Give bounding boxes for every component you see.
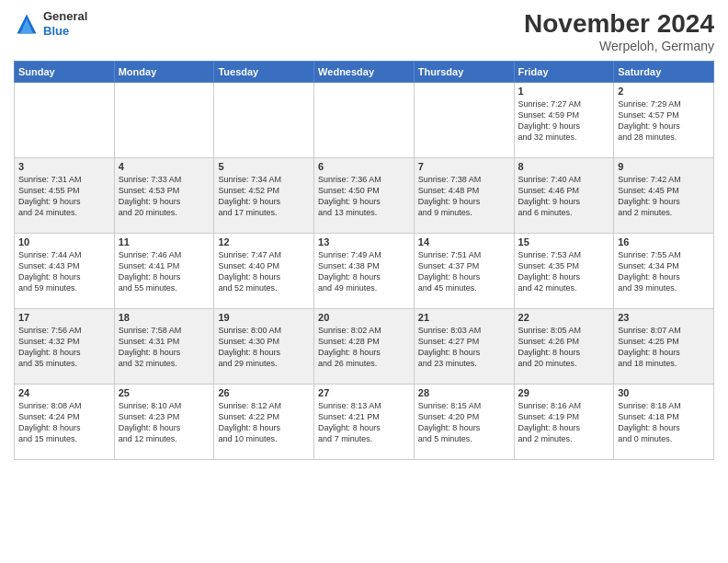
header-saturday: Saturday bbox=[614, 62, 714, 83]
calendar-week-2: 10Sunrise: 7:44 AM Sunset: 4:43 PM Dayli… bbox=[15, 234, 714, 309]
day-info: Sunrise: 7:46 AM Sunset: 4:41 PM Dayligh… bbox=[119, 249, 210, 294]
day-number: 10 bbox=[18, 236, 110, 247]
calendar-cell: 2Sunrise: 7:29 AM Sunset: 4:57 PM Daylig… bbox=[614, 83, 714, 158]
calendar-cell: 15Sunrise: 7:53 AM Sunset: 4:35 PM Dayli… bbox=[514, 234, 614, 309]
day-number: 20 bbox=[318, 312, 410, 323]
day-number: 12 bbox=[218, 236, 310, 247]
day-info: Sunrise: 8:05 AM Sunset: 4:26 PM Dayligh… bbox=[518, 325, 610, 370]
calendar-cell: 27Sunrise: 8:13 AM Sunset: 4:21 PM Dayli… bbox=[314, 385, 415, 460]
calendar-cell: 21Sunrise: 8:03 AM Sunset: 4:27 PM Dayli… bbox=[414, 309, 514, 385]
calendar-week-3: 17Sunrise: 7:56 AM Sunset: 4:32 PM Dayli… bbox=[15, 309, 714, 385]
day-info: Sunrise: 7:27 AM Sunset: 4:59 PM Dayligh… bbox=[518, 98, 610, 144]
day-number: 30 bbox=[618, 387, 710, 398]
calendar-cell: 11Sunrise: 7:46 AM Sunset: 4:41 PM Dayli… bbox=[114, 234, 214, 309]
day-number: 22 bbox=[518, 312, 610, 323]
header-monday: Monday bbox=[114, 62, 214, 83]
day-number: 7 bbox=[418, 161, 510, 172]
day-info: Sunrise: 7:34 AM Sunset: 4:52 PM Dayligh… bbox=[218, 174, 310, 219]
day-info: Sunrise: 8:08 AM Sunset: 4:24 PM Dayligh… bbox=[18, 400, 110, 445]
day-number: 4 bbox=[119, 161, 210, 172]
calendar: Sunday Monday Tuesday Wednesday Thursday… bbox=[14, 61, 714, 460]
calendar-cell: 14Sunrise: 7:51 AM Sunset: 4:37 PM Dayli… bbox=[414, 234, 514, 309]
calendar-cell: 18Sunrise: 7:58 AM Sunset: 4:31 PM Dayli… bbox=[114, 309, 214, 385]
day-info: Sunrise: 8:15 AM Sunset: 4:20 PM Dayligh… bbox=[418, 400, 510, 445]
header-friday: Friday bbox=[514, 62, 614, 83]
day-info: Sunrise: 7:58 AM Sunset: 4:31 PM Dayligh… bbox=[119, 325, 210, 370]
calendar-cell: 23Sunrise: 8:07 AM Sunset: 4:25 PM Dayli… bbox=[614, 309, 714, 385]
logo-icon bbox=[14, 11, 40, 37]
header-sunday: Sunday bbox=[15, 62, 115, 83]
day-number: 3 bbox=[18, 161, 110, 172]
calendar-cell: 1Sunrise: 7:27 AM Sunset: 4:59 PM Daylig… bbox=[514, 83, 614, 158]
calendar-cell: 22Sunrise: 8:05 AM Sunset: 4:26 PM Dayli… bbox=[514, 309, 614, 385]
day-number: 24 bbox=[18, 387, 110, 398]
day-number: 11 bbox=[119, 236, 210, 247]
day-number: 2 bbox=[618, 86, 710, 97]
calendar-week-0: 1Sunrise: 7:27 AM Sunset: 4:59 PM Daylig… bbox=[15, 83, 714, 158]
day-number: 16 bbox=[618, 236, 710, 247]
calendar-cell: 8Sunrise: 7:40 AM Sunset: 4:46 PM Daylig… bbox=[514, 158, 614, 234]
calendar-cell: 3Sunrise: 7:31 AM Sunset: 4:55 PM Daylig… bbox=[15, 158, 115, 234]
day-info: Sunrise: 8:18 AM Sunset: 4:18 PM Dayligh… bbox=[618, 400, 710, 445]
day-number: 23 bbox=[618, 312, 710, 323]
calendar-cell: 9Sunrise: 7:42 AM Sunset: 4:45 PM Daylig… bbox=[614, 158, 714, 234]
day-number: 18 bbox=[119, 312, 210, 323]
day-number: 1 bbox=[518, 86, 610, 97]
day-number: 8 bbox=[518, 161, 610, 172]
header-thursday: Thursday bbox=[414, 62, 514, 83]
day-info: Sunrise: 7:29 AM Sunset: 4:57 PM Dayligh… bbox=[618, 98, 710, 144]
day-info: Sunrise: 7:44 AM Sunset: 4:43 PM Dayligh… bbox=[18, 249, 110, 294]
day-number: 25 bbox=[119, 387, 210, 398]
calendar-cell bbox=[314, 83, 415, 158]
location: Werpeloh, Germany bbox=[524, 39, 714, 53]
day-number: 9 bbox=[618, 161, 710, 172]
day-info: Sunrise: 7:31 AM Sunset: 4:55 PM Dayligh… bbox=[18, 174, 110, 219]
calendar-cell bbox=[414, 83, 514, 158]
calendar-cell: 24Sunrise: 8:08 AM Sunset: 4:24 PM Dayli… bbox=[15, 385, 115, 460]
day-info: Sunrise: 7:47 AM Sunset: 4:40 PM Dayligh… bbox=[218, 249, 310, 294]
day-info: Sunrise: 8:12 AM Sunset: 4:22 PM Dayligh… bbox=[218, 400, 310, 445]
calendar-cell: 10Sunrise: 7:44 AM Sunset: 4:43 PM Dayli… bbox=[15, 234, 115, 309]
day-info: Sunrise: 7:55 AM Sunset: 4:34 PM Dayligh… bbox=[618, 249, 710, 294]
day-info: Sunrise: 7:56 AM Sunset: 4:32 PM Dayligh… bbox=[18, 325, 110, 370]
calendar-week-1: 3Sunrise: 7:31 AM Sunset: 4:55 PM Daylig… bbox=[15, 158, 714, 234]
logo-blue: Blue bbox=[43, 24, 69, 38]
day-number: 21 bbox=[418, 312, 510, 323]
day-number: 17 bbox=[18, 312, 110, 323]
calendar-cell bbox=[114, 83, 214, 158]
calendar-cell: 26Sunrise: 8:12 AM Sunset: 4:22 PM Dayli… bbox=[214, 385, 314, 460]
calendar-cell: 16Sunrise: 7:55 AM Sunset: 4:34 PM Dayli… bbox=[614, 234, 714, 309]
calendar-cell: 12Sunrise: 7:47 AM Sunset: 4:40 PM Dayli… bbox=[214, 234, 314, 309]
day-number: 6 bbox=[318, 161, 410, 172]
day-number: 29 bbox=[518, 387, 610, 398]
calendar-cell: 20Sunrise: 8:02 AM Sunset: 4:28 PM Dayli… bbox=[314, 309, 415, 385]
day-info: Sunrise: 8:02 AM Sunset: 4:28 PM Dayligh… bbox=[318, 325, 410, 370]
calendar-cell bbox=[15, 83, 115, 158]
logo: General Blue bbox=[14, 9, 87, 38]
day-number: 13 bbox=[318, 236, 410, 247]
day-number: 27 bbox=[318, 387, 410, 398]
day-info: Sunrise: 8:16 AM Sunset: 4:19 PM Dayligh… bbox=[518, 400, 610, 445]
calendar-week-4: 24Sunrise: 8:08 AM Sunset: 4:24 PM Dayli… bbox=[15, 385, 714, 460]
day-info: Sunrise: 8:13 AM Sunset: 4:21 PM Dayligh… bbox=[318, 400, 410, 445]
day-number: 28 bbox=[418, 387, 510, 398]
calendar-cell: 4Sunrise: 7:33 AM Sunset: 4:53 PM Daylig… bbox=[114, 158, 214, 234]
day-number: 26 bbox=[218, 387, 310, 398]
calendar-cell: 6Sunrise: 7:36 AM Sunset: 4:50 PM Daylig… bbox=[314, 158, 415, 234]
day-info: Sunrise: 7:53 AM Sunset: 4:35 PM Dayligh… bbox=[518, 249, 610, 294]
page: General Blue November 2024 Werpeloh, Ger… bbox=[0, 0, 728, 563]
calendar-cell bbox=[214, 83, 314, 158]
day-info: Sunrise: 8:10 AM Sunset: 4:23 PM Dayligh… bbox=[119, 400, 210, 445]
day-number: 14 bbox=[418, 236, 510, 247]
header-tuesday: Tuesday bbox=[214, 62, 314, 83]
day-number: 19 bbox=[218, 312, 310, 323]
day-info: Sunrise: 7:36 AM Sunset: 4:50 PM Dayligh… bbox=[318, 174, 410, 219]
calendar-cell: 13Sunrise: 7:49 AM Sunset: 4:38 PM Dayli… bbox=[314, 234, 415, 309]
month-title: November 2024 bbox=[524, 9, 714, 39]
calendar-body: 1Sunrise: 7:27 AM Sunset: 4:59 PM Daylig… bbox=[15, 83, 714, 460]
calendar-cell: 30Sunrise: 8:18 AM Sunset: 4:18 PM Dayli… bbox=[614, 385, 714, 460]
calendar-header: Sunday Monday Tuesday Wednesday Thursday… bbox=[15, 62, 714, 83]
day-info: Sunrise: 7:42 AM Sunset: 4:45 PM Dayligh… bbox=[618, 174, 710, 219]
day-info: Sunrise: 7:40 AM Sunset: 4:46 PM Dayligh… bbox=[518, 174, 610, 219]
day-header-row: Sunday Monday Tuesday Wednesday Thursday… bbox=[15, 62, 714, 83]
